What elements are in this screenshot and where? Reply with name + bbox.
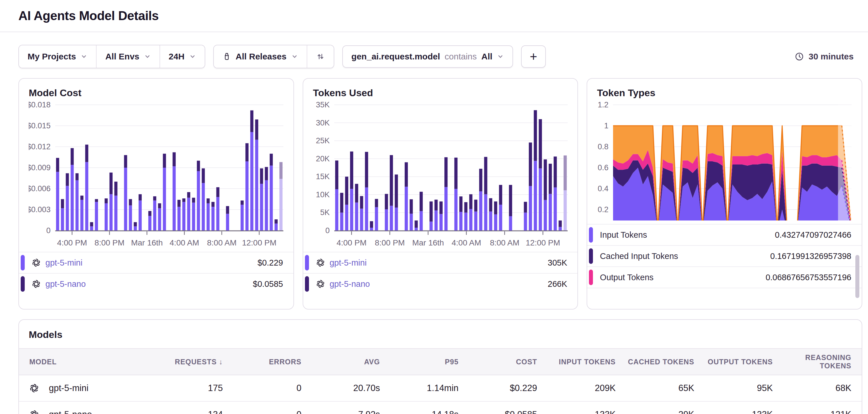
- token-type-label: Cached Input Tokens: [600, 251, 678, 261]
- legend-row[interactable]: Input Tokens0.432747097027466: [587, 224, 862, 245]
- openai-logo-icon: [32, 279, 41, 288]
- query-filter-key: gen_ai.request.model: [351, 52, 440, 62]
- table-cell: 7.92s: [302, 409, 380, 414]
- svg-text:$0.015: $0.015: [29, 122, 51, 130]
- projects-filter-button[interactable]: My Projects: [19, 45, 97, 68]
- legend-row[interactable]: Cached Input Tokens0.1671991326957398: [587, 245, 862, 267]
- model-link[interactable]: gpt-5-mini: [330, 258, 367, 268]
- interval-indicator: 30 minutes: [795, 52, 854, 62]
- projects-filter-label: My Projects: [28, 52, 76, 62]
- tokens-used-chart[interactable]: 35K30K25K20K15K10K5K04:00 PM8:00 PMMar 1…: [313, 100, 569, 248]
- model-cost-legend: gpt-5-mini$0.229gpt-5-nano$0.0585: [19, 252, 293, 294]
- svg-text:8:00 PM: 8:00 PM: [95, 238, 124, 247]
- legend-row[interactable]: gpt-5-nano$0.0585: [19, 273, 293, 294]
- svg-text:8:00 AM: 8:00 AM: [207, 238, 237, 247]
- column-header-cached-tokens[interactable]: CACHED TOKENS: [616, 358, 694, 366]
- table-cell: 20.70s: [302, 383, 380, 393]
- series-color-chip: [21, 255, 25, 271]
- legend-row[interactable]: Output Tokens0.06867656753557196: [587, 267, 862, 288]
- svg-text:10K: 10K: [316, 191, 330, 199]
- query-filter-value: All: [482, 52, 492, 62]
- series-color-chip: [305, 255, 309, 271]
- query-filter-operator: contains: [445, 52, 477, 62]
- token-types-card: Token Types 1.210.80.60.40.204:00 PM8:00…: [587, 78, 862, 310]
- column-header-model[interactable]: MODEL: [29, 358, 144, 366]
- table-cell: 175: [144, 383, 223, 393]
- svg-text:20K: 20K: [316, 154, 330, 163]
- svg-text:$0.006: $0.006: [29, 184, 51, 193]
- svg-text:Mar 16th: Mar 16th: [412, 238, 444, 247]
- table-cell: 0: [223, 409, 301, 414]
- table-cell: 1.14min: [380, 383, 459, 393]
- release-filters-group: All Releases: [213, 45, 334, 68]
- legend-row[interactable]: gpt-5-mini$0.229: [19, 252, 293, 273]
- openai-logo-icon: [32, 258, 41, 267]
- svg-text:35K: 35K: [316, 101, 330, 109]
- models-table-header: MODELREQUESTS ↓ERRORSAVGP95COSTINPUT TOK…: [19, 348, 862, 375]
- chevron-down-icon: [189, 53, 196, 60]
- column-header-avg[interactable]: AVG: [302, 358, 380, 366]
- table-cell: $0.0585: [459, 409, 537, 414]
- column-header-input-tokens[interactable]: INPUT TOKENS: [537, 358, 616, 366]
- svg-text:0.4: 0.4: [598, 184, 609, 193]
- release-package-icon: [222, 52, 231, 61]
- svg-text:4:00 AM: 4:00 AM: [169, 238, 199, 247]
- svg-text:4:00 PM: 4:00 PM: [337, 238, 367, 247]
- token-type-label: Output Tokens: [600, 273, 653, 282]
- column-header-requests[interactable]: REQUESTS ↓: [144, 358, 223, 366]
- chevron-down-icon: [144, 53, 151, 60]
- svg-text:$0.018: $0.018: [29, 101, 51, 109]
- add-filter-button[interactable]: +: [521, 45, 546, 68]
- column-header-cost[interactable]: COST: [459, 358, 537, 366]
- table-cell: $0.229: [459, 383, 537, 393]
- models-table-title: Models: [29, 329, 852, 340]
- model-cost-card: Model Cost $0.018$0.015$0.012$0.009$0.00…: [19, 78, 294, 310]
- model-link[interactable]: gpt-5-nano: [330, 279, 370, 289]
- column-header-output-tokens[interactable]: OUTPUT TOKENS: [694, 358, 773, 366]
- table-cell: 133K: [537, 409, 616, 414]
- table-cell: 209K: [537, 383, 616, 393]
- legend-row[interactable]: gpt-5-mini305K: [303, 252, 578, 273]
- legend-scrollbar-thumb[interactable]: [855, 255, 859, 298]
- series-color-chip: [305, 276, 309, 292]
- environments-filter-button[interactable]: All Envs: [97, 45, 160, 68]
- tokens-used-legend: gpt-5-mini305Kgpt-5-nano266K: [303, 252, 578, 294]
- svg-text:Mar 16th: Mar 16th: [131, 238, 163, 247]
- chart-title: Tokens Used: [313, 87, 568, 99]
- legend-row[interactable]: [587, 288, 862, 309]
- model-name: gpt-5-mini: [49, 383, 89, 393]
- legend-row[interactable]: gpt-5-nano266K: [303, 273, 578, 294]
- openai-logo-icon: [29, 383, 39, 393]
- model-link[interactable]: gpt-5-nano: [45, 279, 86, 289]
- time-range-filter-button[interactable]: 24H: [160, 45, 205, 68]
- table-cell: 133K: [694, 409, 773, 414]
- table-row[interactable]: gpt-5-nano13407.92s14.18s$0.0585133K29K1…: [19, 402, 862, 414]
- page-filters-group: My Projects All Envs 24H: [19, 45, 205, 68]
- column-header-errors[interactable]: ERRORS: [223, 358, 301, 366]
- svg-text:1.2: 1.2: [598, 101, 609, 109]
- tokens-used-card: Tokens Used 35K30K25K20K15K10K5K04:00 PM…: [303, 78, 578, 310]
- column-header-reasoning-tokens[interactable]: REASONING TOKENS: [773, 353, 851, 370]
- query-filter-token[interactable]: gen_ai.request.model contains All: [342, 45, 513, 68]
- svg-text:4:00 AM: 4:00 AM: [452, 238, 481, 247]
- series-color-chip: [21, 276, 25, 292]
- model-cell: gpt-5-nano: [29, 409, 144, 414]
- svg-text:0.2: 0.2: [598, 205, 609, 214]
- column-header-p95[interactable]: P95: [380, 358, 459, 366]
- model-link[interactable]: gpt-5-mini: [45, 258, 83, 268]
- table-cell: 0: [223, 383, 301, 393]
- svg-text:$0.009: $0.009: [29, 163, 51, 172]
- token-types-chart[interactable]: 1.210.80.60.40.204:00 PM8:00 PMMar 16th4…: [597, 100, 853, 220]
- release-sort-button[interactable]: [307, 45, 334, 68]
- charts-row: Model Cost $0.018$0.015$0.012$0.009$0.00…: [19, 78, 862, 310]
- model-cost-chart[interactable]: $0.018$0.015$0.012$0.009$0.006$0.00304:0…: [29, 100, 284, 248]
- clock-icon: [795, 52, 804, 61]
- models-table-body: gpt-5-mini175020.70s1.14min$0.229209K65K…: [19, 375, 862, 414]
- table-cell: 65K: [616, 383, 694, 393]
- releases-filter-button[interactable]: All Releases: [214, 45, 307, 68]
- model-cell: gpt-5-mini: [29, 383, 144, 393]
- svg-text:4:00 PM: 4:00 PM: [57, 238, 87, 247]
- model-name: gpt-5-nano: [49, 409, 92, 414]
- legend-value: $0.229: [257, 258, 293, 268]
- table-row[interactable]: gpt-5-mini175020.70s1.14min$0.229209K65K…: [19, 375, 862, 402]
